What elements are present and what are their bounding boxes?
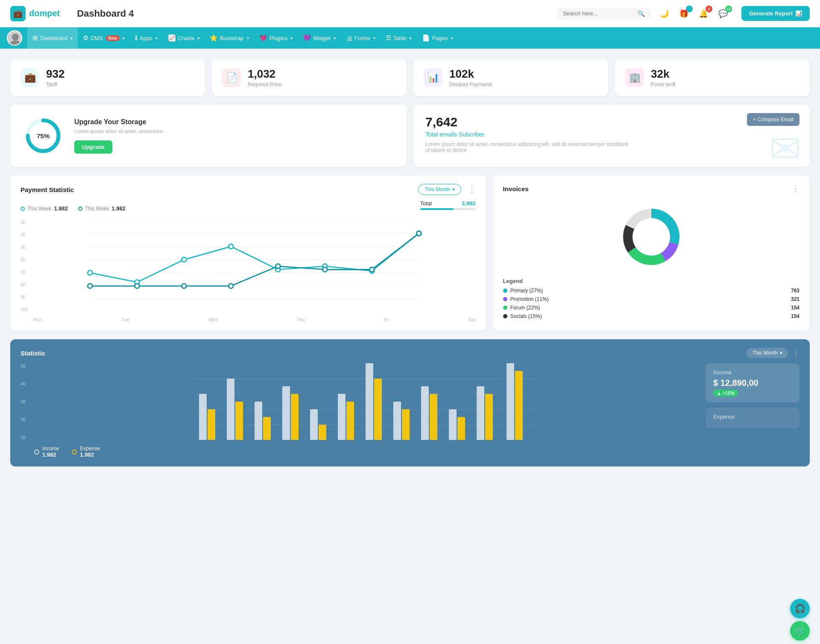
- statistic-svg: [34, 363, 697, 440]
- compose-email-button[interactable]: + Compose Email: [747, 113, 800, 126]
- statistic-body: 50 40 30 20 10: [20, 363, 800, 458]
- svg-rect-46: [310, 409, 318, 440]
- header-icons: 🌙 🎁 🔔 2 💬 12 Generate Report 📊: [658, 6, 810, 21]
- svg-rect-53: [402, 409, 410, 440]
- storage-info: Upgrade Your Storage Lorem ipsum dolor s…: [74, 118, 164, 154]
- stat-card-tariff: 💼 932 Tariff: [10, 59, 205, 96]
- sidebar-item-widget[interactable]: 💜 Widget ▾: [298, 27, 340, 49]
- statistic-filter-button[interactable]: This Month ▾: [747, 348, 788, 358]
- cms-nav-label: CMS: [91, 35, 103, 41]
- invoice-legend-row-primary: Primary (27%) 763: [503, 288, 800, 294]
- generate-report-button[interactable]: Generate Report 📊: [741, 6, 810, 21]
- svg-rect-49: [346, 402, 354, 440]
- svg-rect-61: [515, 371, 523, 440]
- dashboard-nav-label: Dashboard: [40, 35, 67, 41]
- svg-rect-57: [457, 417, 465, 440]
- sidebar-item-plugins[interactable]: 💗 Plugins ▾: [254, 27, 298, 49]
- widget-nav-label: Widget: [313, 35, 330, 41]
- income-detail-card: Income $ 12,890,00 ▲ +15%: [706, 363, 800, 402]
- income-legend-val: 1.982: [42, 452, 59, 458]
- statistic-controls: This Month ▾ ⋮: [747, 348, 800, 358]
- mid-row: 75% Upgrade Your Storage Lorem ipsum dol…: [10, 105, 810, 167]
- legend-val-week2: 1.982: [111, 205, 126, 212]
- invoices-card: Invoices ⋮ Legend: [493, 175, 810, 331]
- sidebar-item-forms[interactable]: 🖨 Forms ▾: [341, 27, 381, 49]
- page-title: Dashboard 4: [77, 8, 134, 19]
- svg-point-13: [182, 257, 186, 262]
- total-bar: [420, 208, 476, 210]
- gift-button[interactable]: 🎁: [677, 7, 690, 20]
- sidebar-item-pages[interactable]: 📄 Pages ▾: [417, 27, 458, 49]
- payment-y-labels: 100 90 80 70 60 50 40 30: [20, 220, 32, 312]
- stat-card-required-price: 📄 1,032 Required Price: [212, 59, 407, 96]
- svg-point-0: [12, 34, 19, 41]
- widget-nav-icon: 💜: [303, 34, 311, 42]
- svg-rect-51: [374, 379, 382, 440]
- svg-rect-47: [319, 425, 326, 440]
- primary-label: Primary (27%): [510, 288, 543, 294]
- svg-rect-48: [338, 394, 346, 440]
- total-bar-fill: [420, 208, 454, 210]
- force-tariff-label: Force tariff: [651, 82, 675, 87]
- legend-label-week2: This Week: [85, 206, 109, 212]
- legend-label-week1: This Week: [27, 206, 51, 212]
- moon-button[interactable]: 🌙: [658, 7, 671, 20]
- socials-value: 154: [791, 313, 800, 319]
- x-label-fri: Fri: [384, 317, 390, 322]
- pages-nav-icon: 📄: [422, 34, 430, 42]
- svg-rect-60: [507, 363, 514, 440]
- charts-nav-icon: 📈: [168, 34, 176, 42]
- x-label-thu: Thu: [297, 317, 305, 322]
- chat-badge: 12: [725, 6, 732, 12]
- statistic-card: Statistic This Month ▾ ⋮ 50 40 30 20 10: [10, 339, 810, 466]
- sidebar-item-dashboard[interactable]: ⊞ Dashboard ▾: [27, 27, 78, 49]
- dashboard-nav-icon: ⊞: [32, 34, 38, 42]
- required-price-value: 1,032: [248, 67, 281, 81]
- required-price-label: Required Price: [248, 82, 281, 87]
- upgrade-button[interactable]: Upgrade: [74, 140, 112, 154]
- svg-point-19: [88, 284, 92, 288]
- apps-nav-icon: ℹ: [135, 34, 138, 42]
- payment-more-button[interactable]: ⋮: [468, 185, 476, 194]
- storage-percent-label: 75%: [37, 132, 50, 140]
- storage-card: 75% Upgrade Your Storage Lorem ipsum dol…: [10, 105, 407, 167]
- main-content: 💼 932 Tariff 📄 1,032 Required Price 📊 10…: [0, 49, 820, 477]
- charts-nav-label: Charts: [178, 35, 194, 41]
- income-legend-item: Income 1.982: [34, 446, 59, 458]
- sidebar-item-bootstrap[interactable]: ⭐ Bootstrap ▾: [205, 27, 254, 49]
- statistic-more-button[interactable]: ⋮: [792, 348, 800, 358]
- sidebar-item-table[interactable]: ☰ Table ▾: [381, 27, 417, 49]
- table-nav-icon: ☰: [386, 34, 391, 42]
- invoice-legend-row-forum: Forum (22%) 154: [503, 305, 800, 311]
- chat-button[interactable]: 💬 12: [717, 7, 729, 20]
- statistic-bars-wrap: [34, 363, 697, 441]
- x-label-tue: Tue: [121, 317, 129, 322]
- invoice-legend-row-socials: Socials (15%) 154: [503, 313, 800, 319]
- svg-point-22: [228, 284, 233, 288]
- svg-rect-42: [255, 402, 262, 440]
- tariff-label: Tariff: [46, 82, 64, 87]
- sidebar-item-cms[interactable]: ⚙ CMS New ▾: [78, 27, 130, 49]
- navbar: ⊞ Dashboard ▾ ⚙ CMS New ▾ ℹ Apps ▾ 📈 Cha…: [0, 27, 820, 49]
- sidebar-item-apps[interactable]: ℹ Apps ▾: [130, 27, 163, 49]
- stats-row: 💼 932 Tariff 📄 1,032 Required Price 📊 10…: [10, 59, 810, 96]
- plugins-nav-icon: 💗: [259, 34, 267, 42]
- legend-dot-week1: [20, 207, 25, 211]
- x-label-mon: Mon: [33, 317, 42, 322]
- storage-title: Upgrade Your Storage: [74, 118, 164, 126]
- search-input[interactable]: [563, 10, 634, 17]
- sidebar-item-charts[interactable]: 📈 Charts ▾: [163, 27, 205, 49]
- svg-rect-45: [291, 394, 299, 440]
- payment-filter-button[interactable]: This Month ▾: [418, 184, 461, 195]
- charts-row: Payment Statistic This Month ▾ ⋮ This We…: [10, 175, 810, 331]
- dashboard-nav-arrow: ▾: [70, 36, 73, 41]
- invoices-more-button[interactable]: ⋮: [792, 184, 800, 193]
- income-panel: Income $ 12,890,00 ▲ +15% Expense: [706, 363, 800, 428]
- payment-total-row: Total 3.982: [420, 200, 476, 207]
- svg-rect-40: [227, 379, 234, 440]
- bell-button[interactable]: 🔔 2: [697, 7, 710, 20]
- required-price-icon: 📄: [222, 68, 241, 87]
- payment-card: Payment Statistic This Month ▾ ⋮ This We…: [10, 175, 486, 331]
- svg-point-25: [369, 267, 374, 272]
- svg-rect-50: [366, 363, 373, 440]
